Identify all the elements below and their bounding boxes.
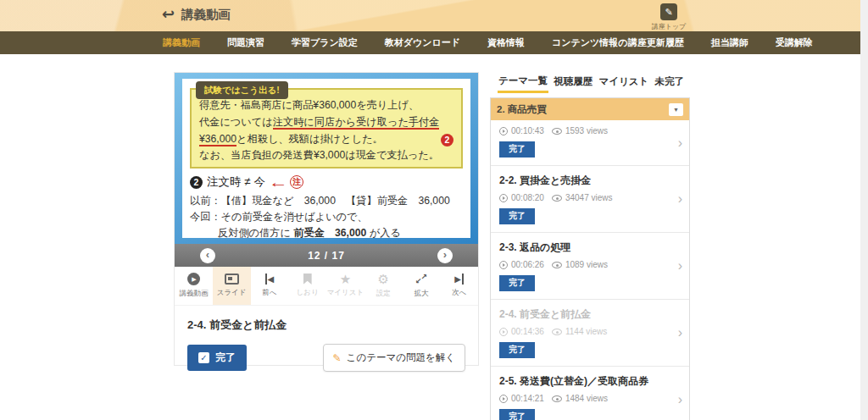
duration: 00:14:36: [511, 327, 544, 336]
lesson-actions: ✓ 完了 ✎ このテーマの問題を解く: [175, 333, 478, 372]
group-title: 2. 商品売買: [497, 103, 547, 116]
status-badge: 完了: [499, 208, 535, 224]
nav-item-update-history[interactable]: コンテンツ情報の講座更新履歴: [552, 36, 684, 49]
ledger-before: 以前：【借】現金など 36,000 【貸】前受金 36,000: [190, 193, 463, 209]
nav-item-materials-download[interactable]: 教材ダウンロード: [385, 36, 460, 49]
marker-2-black-icon: 2: [190, 176, 203, 189]
main-nav: 講義動画 問題演習 学習プラン設定 教材ダウンロード 資格情報 コンテンツ情報の…: [0, 31, 860, 54]
bookmark-icon: [303, 274, 312, 285]
chevron-right-icon: ›: [678, 191, 682, 207]
status-badge: 完了: [499, 141, 535, 158]
page-right-gutter: [860, 0, 868, 420]
nav-item-study-plan[interactable]: 学習プラン設定: [292, 36, 358, 49]
slide-icon: [225, 274, 239, 285]
chevron-right-icon: ›: [678, 392, 682, 407]
tool-slide[interactable]: スライド: [213, 267, 251, 305]
tab-theme-list[interactable]: テーマ一覧: [498, 72, 548, 93]
exam-example-box: 試験ではこう出る! 得意先・福島商店に商品¥360,000を売り上げ、 代金につ…: [190, 88, 463, 169]
views: 1089 views: [565, 260, 608, 269]
course-top-button[interactable]: ✎ 講座トップ: [648, 3, 689, 31]
theme-row[interactable]: 00:10:43 1593 views 完了 ›: [491, 120, 689, 165]
status-badge: 完了: [499, 275, 535, 291]
gear-icon: ⚙: [377, 273, 388, 285]
lesson-title: 2-4. 前受金と前払金: [175, 306, 478, 333]
chevron-right-icon: ›: [678, 325, 682, 340]
exam-example-badge: 試験ではこう出る!: [196, 81, 288, 99]
slide-note-line: 2 注文時 ≠ 今 ← 注: [190, 174, 463, 190]
views-icon: [552, 128, 562, 135]
back-arrow-icon: ↩: [162, 7, 175, 22]
row-meta: 00:14:36 1144 views: [499, 327, 667, 336]
theme-sidebar: テーマ一覧 視聴履歴 マイリスト 未完了 2. 商品売買 ▼ 00:10:43 …: [490, 72, 690, 420]
marker-2-red-icon: 2: [441, 134, 453, 146]
views: 1593 views: [565, 126, 608, 135]
duration: 00:10:43: [511, 126, 544, 135]
theme-title: 2-2. 買掛金と売掛金: [499, 174, 667, 188]
tool-expand[interactable]: ↗↙ 拡大: [403, 267, 441, 305]
views: 1484 views: [565, 394, 608, 403]
duration: 00:06:26: [511, 260, 544, 269]
slide-content: 試験ではこう出る! 得意先・福島商店に商品¥360,000を売り上げ、 代金につ…: [182, 79, 470, 238]
views-icon: [552, 262, 562, 268]
tool-previous[interactable]: ◀ 前へ: [251, 267, 289, 305]
views: 34047 views: [565, 193, 613, 202]
tab-incomplete[interactable]: 未完了: [654, 73, 685, 91]
row-meta: 00:14:21 1484 views: [499, 394, 667, 403]
tool-lecture-video[interactable]: ▶ 講義動画: [175, 267, 213, 305]
underlined-amount: ¥36,000: [199, 133, 236, 146]
group-header[interactable]: 2. 商品売買 ▼: [491, 98, 689, 120]
slide-line-2: 代金については注文時に同店から受け取った手付金: [199, 114, 453, 131]
views-icon: [552, 195, 562, 202]
nav-item-exercises[interactable]: 問題演習: [227, 36, 264, 49]
star-plus-icon: ★: [340, 274, 351, 285]
slide-viewer[interactable]: 試験ではこう出る! 得意先・福島商店に商品¥360,000を売り上げ、 代金につ…: [175, 73, 478, 244]
app-title: 講義動画: [181, 7, 231, 23]
prev-slide-button[interactable]: ‹: [200, 248, 215, 263]
slide-ledger: 以前：【借】現金など 36,000 【貸】前受金 36,000 今回：その前受金…: [190, 193, 463, 238]
slide-page-indicator: 12 / 17: [308, 250, 345, 262]
skip-prev-icon: ◀: [265, 274, 275, 285]
theme-row[interactable]: 2-5. 発送費(立替金)／受取商品券 00:14:21 1484 views …: [491, 366, 689, 420]
ledger-now-1: 今回：その前受金を消せばよいので、: [190, 209, 463, 225]
row-meta: 00:06:26 1089 views: [499, 260, 667, 269]
duration: 00:14:21: [511, 394, 544, 403]
tab-watch-history[interactable]: 視聴履歴: [553, 73, 593, 91]
theme-list-panel: 2. 商品売買 ▼ 00:10:43 1593 views 完了 › 2-2. …: [490, 97, 690, 420]
tab-my-list[interactable]: マイリスト: [598, 73, 649, 91]
page: ↩ 講義動画 ✎ 講座トップ 講義動画 問題演習 学習プラン設定 教材ダウンロー…: [0, 0, 868, 420]
status-badge: 完了: [499, 342, 535, 358]
tool-my-list[interactable]: ★ マイリスト: [326, 267, 364, 305]
skip-next-icon: ▶: [454, 274, 464, 285]
theme-row[interactable]: 2-3. 返品の処理 00:06:26 1089 views 完了 ›: [491, 232, 689, 299]
duration-icon: [499, 194, 508, 202]
theme-title: 2-3. 返品の処理: [499, 240, 667, 255]
note-text: 注文時 ≠ 今: [207, 174, 265, 190]
nav-item-instructor[interactable]: 担当講師: [711, 36, 748, 49]
player-card: 試験ではこう出る! 得意先・福島商店に商品¥360,000を売り上げ、 代金につ…: [174, 72, 479, 366]
tool-bookmark[interactable]: しおり: [288, 267, 326, 305]
status-badge: 完了: [499, 409, 535, 420]
theme-row-current[interactable]: 2-4. 前受金と前払金 00:14:36 1144 views 完了 ›: [491, 299, 689, 366]
expand-icon: ↗↙: [415, 274, 427, 285]
slide-line-3: 2¥36,000と相殺し、残額は掛けとした。: [199, 131, 453, 148]
chevron-right-icon: ›: [678, 258, 682, 274]
collapse-button[interactable]: ▼: [669, 103, 683, 116]
note-circle-icon: 注: [290, 175, 303, 189]
red-left-arrow-icon: ←: [269, 175, 288, 190]
row-meta: 00:08:20 34047 views: [499, 193, 667, 202]
duration-icon: [499, 261, 508, 269]
top-header: ↩ 講義動画 ✎ 講座トップ: [0, 0, 860, 31]
slide-line-1: 得意先・福島商店に商品¥360,000を売り上げ、: [199, 97, 453, 114]
slide-line-4: なお、当店負担の発送費¥3,000は現金で支払った。: [199, 147, 453, 164]
theme-row[interactable]: 2-2. 買掛金と売掛金 00:08:20 34047 views 完了 ›: [491, 165, 689, 232]
chevron-right-icon: ›: [678, 135, 682, 151]
app-logo[interactable]: ↩ 講義動画: [162, 7, 231, 23]
nav-item-lecture-video[interactable]: 講義動画: [163, 36, 200, 49]
solve-theme-button[interactable]: ✎ このテーマの問題を解く: [323, 344, 465, 372]
complete-button[interactable]: ✓ 完了: [187, 345, 247, 371]
nav-item-unenroll[interactable]: 受講解除: [776, 36, 813, 49]
next-slide-button[interactable]: ›: [437, 248, 453, 263]
tool-settings[interactable]: ⚙ 設定: [364, 267, 403, 305]
nav-item-certification-info[interactable]: 資格情報: [487, 36, 525, 49]
tool-next[interactable]: ▶ 次へ: [440, 267, 478, 305]
